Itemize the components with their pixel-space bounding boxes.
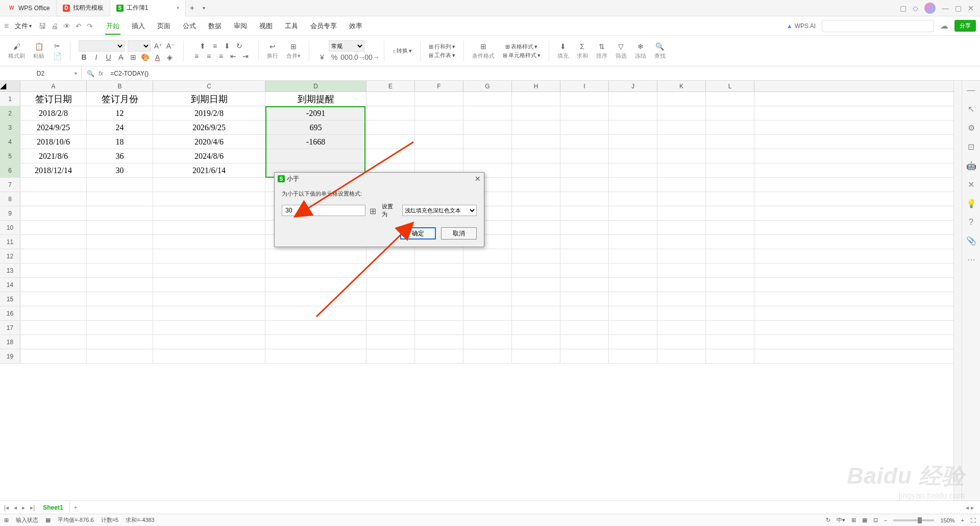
cell[interactable] xyxy=(609,135,657,149)
cell[interactable] xyxy=(366,292,415,306)
cell[interactable] xyxy=(512,221,560,234)
row-header[interactable]: 14 xyxy=(0,278,20,292)
cell[interactable] xyxy=(366,278,415,292)
cell[interactable] xyxy=(609,249,657,263)
format-combo[interactable]: 浅红填充色深红色文本 xyxy=(402,205,477,216)
cell[interactable] xyxy=(706,278,754,292)
align-center-icon[interactable]: ≡ xyxy=(204,52,213,61)
indent-dec-icon[interactable]: ⇤ xyxy=(229,52,238,61)
lookup-icon[interactable]: 🔍 xyxy=(87,70,94,77)
cell[interactable] xyxy=(463,321,512,334)
cell[interactable] xyxy=(415,349,463,363)
row-header[interactable]: 4 xyxy=(0,135,20,149)
cell[interactable]: 24 xyxy=(87,121,153,134)
tab-page[interactable]: 页面 xyxy=(156,17,172,35)
tab-vip[interactable]: 会员专享 xyxy=(309,17,338,35)
rowcol-button[interactable]: ⊞ 行和列▾ xyxy=(429,43,455,51)
cell[interactable]: 到期日期 xyxy=(153,92,265,106)
dialog-close-button[interactable]: ✕ xyxy=(475,175,481,183)
col-header[interactable]: C xyxy=(153,81,265,91)
cell[interactable]: 2019/2/8 xyxy=(153,106,265,120)
wps-ai-button[interactable]: ▲ WPS AI xyxy=(787,22,816,30)
cell[interactable] xyxy=(265,264,366,277)
cell[interactable] xyxy=(415,121,463,134)
cell[interactable] xyxy=(20,221,87,234)
cloud-icon[interactable]: ☁ xyxy=(940,21,948,31)
cell[interactable] xyxy=(87,178,153,192)
cond-format-icon[interactable]: ⊞ xyxy=(479,42,488,51)
cell[interactable] xyxy=(512,178,560,192)
cell[interactable]: 到期提醒 xyxy=(265,92,366,106)
menu-icon[interactable]: ≡ xyxy=(4,21,9,31)
cell[interactable] xyxy=(560,264,609,277)
border-icon[interactable]: ⊞ xyxy=(129,53,138,62)
cell[interactable] xyxy=(265,149,366,163)
redo-icon[interactable]: ↷ xyxy=(86,21,94,31)
save-icon[interactable]: 🖫 xyxy=(38,21,47,31)
cell[interactable] xyxy=(512,306,560,320)
wrap-icon[interactable]: ↩ xyxy=(268,42,277,51)
cell[interactable] xyxy=(560,292,609,306)
cell[interactable] xyxy=(463,135,512,149)
find-icon[interactable]: 🔍 xyxy=(655,42,665,51)
view-page-icon[interactable]: ▦ xyxy=(862,517,867,523)
cell[interactable] xyxy=(609,92,657,106)
cell[interactable] xyxy=(87,306,153,320)
cell[interactable] xyxy=(657,92,706,106)
help-icon[interactable]: ? xyxy=(969,218,973,227)
cell[interactable] xyxy=(657,206,706,220)
sheet-tab[interactable]: Sheet1 xyxy=(37,502,69,513)
cell[interactable] xyxy=(87,235,153,249)
cell[interactable] xyxy=(366,264,415,277)
number-format-select[interactable]: 常规 xyxy=(329,40,364,52)
cell[interactable] xyxy=(87,206,153,220)
cell[interactable] xyxy=(706,235,754,249)
bold-icon[interactable]: B xyxy=(80,53,89,62)
percent-icon[interactable]: % xyxy=(330,53,339,62)
cell[interactable] xyxy=(87,292,153,306)
cell[interactable] xyxy=(20,206,87,220)
cell[interactable] xyxy=(265,321,366,334)
tab-efficiency[interactable]: 效率 xyxy=(348,17,363,35)
currency-icon[interactable]: ¥ xyxy=(317,53,327,62)
panel-toggle-icon[interactable]: — xyxy=(967,86,975,95)
cell[interactable] xyxy=(153,292,265,306)
cell[interactable] xyxy=(706,335,754,349)
align-bot-icon[interactable]: ⬇ xyxy=(223,41,232,51)
doc-tab-workbook[interactable]: S 工作簿1 • xyxy=(110,0,186,16)
cell[interactable] xyxy=(153,206,265,220)
cell[interactable]: 2018/10/6 xyxy=(20,135,87,149)
cell[interactable] xyxy=(706,221,754,234)
font-size-select[interactable] xyxy=(128,40,151,52)
fx-icon[interactable]: fx xyxy=(99,70,103,77)
ok-button[interactable]: 确定 xyxy=(400,227,436,240)
cursor-icon[interactable]: ↖ xyxy=(968,104,974,114)
row-header[interactable]: 6 xyxy=(0,163,20,177)
cell[interactable]: 2021/8/6 xyxy=(20,149,87,163)
cell[interactable] xyxy=(153,264,265,277)
first-sheet-button[interactable]: |◂ xyxy=(2,503,11,512)
cell[interactable] xyxy=(560,321,609,334)
fullscreen-icon[interactable]: ⛶ xyxy=(970,517,976,523)
cell[interactable] xyxy=(609,192,657,206)
col-header[interactable]: A xyxy=(20,81,87,91)
scroll-right-button[interactable]: ▸ xyxy=(971,504,974,511)
cell[interactable]: 签订月份 xyxy=(87,92,153,106)
cell[interactable] xyxy=(153,321,265,334)
cell[interactable] xyxy=(657,178,706,192)
file-menu[interactable]: 文件▾ xyxy=(12,20,35,32)
cell[interactable] xyxy=(463,149,512,163)
cell[interactable] xyxy=(609,321,657,334)
col-header[interactable]: G xyxy=(463,81,512,91)
select-icon[interactable]: ⊡ xyxy=(968,142,974,152)
cell[interactable] xyxy=(609,292,657,306)
worksheet-button[interactable]: ⊞ 工作表▾ xyxy=(429,52,455,59)
cell[interactable] xyxy=(366,321,415,334)
cell[interactable] xyxy=(560,149,609,163)
cell[interactable] xyxy=(20,249,87,263)
cell[interactable] xyxy=(463,106,512,120)
cell[interactable] xyxy=(706,321,754,334)
cell[interactable] xyxy=(153,249,265,263)
cell[interactable] xyxy=(415,106,463,120)
cell[interactable] xyxy=(153,221,265,234)
